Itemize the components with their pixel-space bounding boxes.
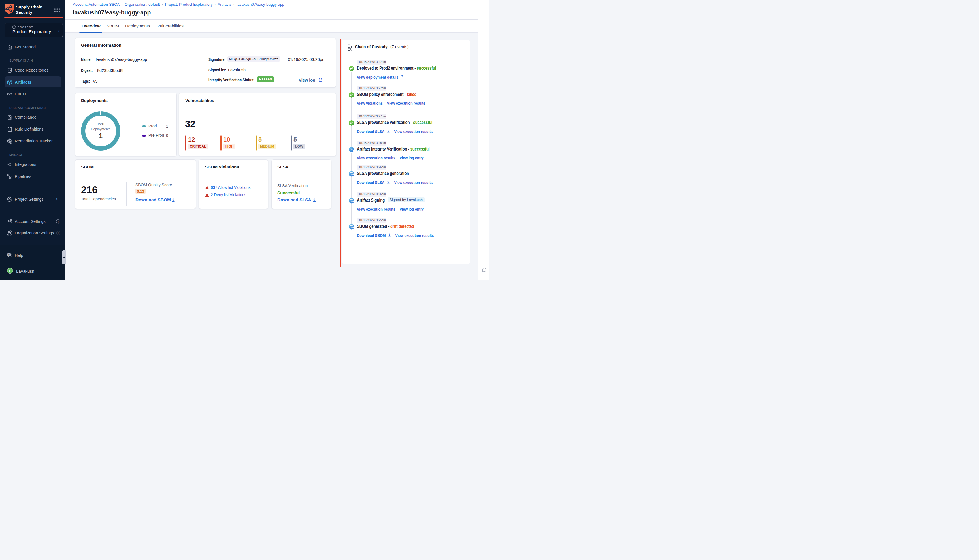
svg-text:?: ? bbox=[8, 253, 10, 256]
